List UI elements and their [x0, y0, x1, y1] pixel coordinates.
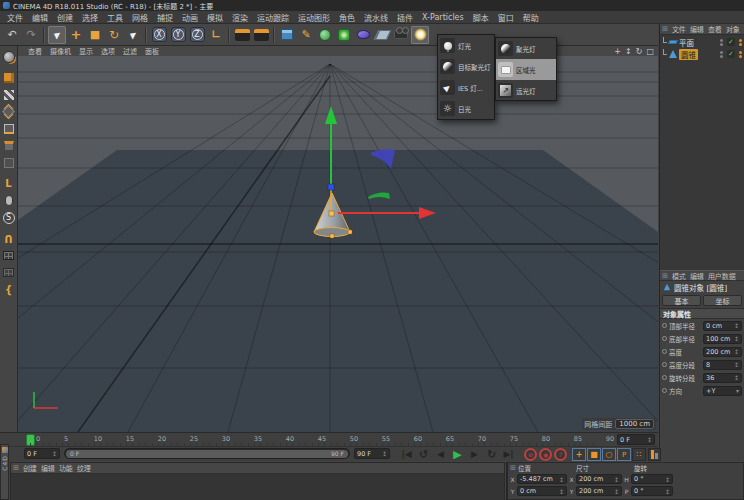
keyframe-selection-button[interactable]: ? [554, 448, 567, 461]
scale-tool[interactable]: ■ [86, 26, 104, 44]
spline-pen-button[interactable]: ✎ [297, 26, 315, 44]
menu-item-light[interactable]: 灯光 [438, 35, 494, 56]
object-manager[interactable]: 平面 ✓ 圆锥 ✓ [660, 35, 744, 270]
render-view-button[interactable] [233, 26, 251, 44]
layer-dots[interactable] [739, 39, 742, 46]
plane-object[interactable] [18, 150, 658, 432]
am-menu-userdata[interactable]: 用户数据 [708, 271, 736, 281]
frame-range-slider[interactable]: 0 F 90 F [64, 448, 350, 459]
model-mode-button[interactable] [1, 70, 16, 85]
menu-create[interactable]: 创建 [57, 12, 73, 23]
magnet-tool-button[interactable]: U [1, 231, 16, 246]
anim-dot-icon[interactable] [662, 375, 667, 380]
enabled-check-icon[interactable]: ✓ [727, 38, 735, 46]
points-mode-button[interactable] [1, 104, 16, 119]
stepper-icon[interactable]: ↕ [647, 436, 652, 443]
stepper-icon[interactable]: ↕ [665, 476, 670, 483]
autokeying-button[interactable]: ◉ [539, 448, 552, 461]
menu-select[interactable]: 选择 [82, 12, 98, 23]
am-menu-edit[interactable]: 编辑 [690, 271, 704, 281]
move-tool[interactable]: + [67, 26, 85, 44]
record-keyframe-button[interactable]: ⊘ [524, 448, 537, 461]
rotation-header[interactable]: 旋转 [634, 463, 684, 473]
previous-frame-button[interactable]: ◀ [432, 447, 449, 461]
menu-item-sun-light[interactable]: ☼ 日光 [438, 98, 494, 119]
primitive-cube-button[interactable] [278, 26, 296, 44]
viewport-solo-button[interactable] [1, 193, 16, 208]
stepper-icon[interactable]: ↕ [734, 361, 739, 368]
material-list-area[interactable] [11, 474, 504, 500]
viewport-perspective[interactable]: 查看 摄像机 显示 选项 过滤 面板 + ↕ ↻ □ 透视视图 [18, 46, 658, 432]
goto-end-button[interactable]: ▶| [500, 447, 517, 461]
om-menu-view[interactable]: 查看 [708, 24, 722, 34]
next-frame-button[interactable]: ▶ [466, 447, 483, 461]
anim-dot-icon[interactable] [662, 323, 667, 328]
range-bar[interactable]: 0 F 90 F [66, 450, 348, 458]
workplane-mode-button[interactable] [1, 248, 16, 263]
tab-coordinates[interactable]: 坐标 [703, 295, 742, 306]
keyframe-presets-button[interactable] [648, 448, 661, 461]
play-backwards-button[interactable]: ↺ [415, 447, 432, 461]
stepper-icon[interactable]: ↕ [382, 450, 387, 457]
key-pla-toggle[interactable]: ∷ [632, 448, 646, 461]
object-properties-header[interactable]: 对象属性 [660, 308, 744, 319]
last-tool-button[interactable]: ▶ [124, 26, 142, 44]
object-row-cone[interactable]: 圆锥 ✓ [660, 48, 744, 60]
bottom-radius-input[interactable]: 100 cm ↕ [703, 334, 742, 344]
end-frame-input[interactable]: 90 F ↕ [354, 448, 390, 459]
dropdown-arrow-icon[interactable]: ▾ [736, 387, 739, 394]
goto-start-button[interactable]: |◀ [398, 447, 415, 461]
vp-menu-view[interactable]: 查看 [28, 46, 42, 56]
enable-snap-button[interactable]: S [1, 210, 16, 225]
vp-menu-filter[interactable]: 过滤 [123, 46, 137, 56]
anim-dot-icon[interactable] [662, 388, 667, 393]
mat-menu-texture[interactable]: 纹理 [77, 463, 91, 473]
tweak-mode-button[interactable] [1, 155, 16, 170]
om-menu-objects[interactable]: 对象 [726, 24, 740, 34]
orientation-dropdown[interactable]: +Y ▾ [703, 386, 742, 396]
light-button[interactable] [411, 26, 429, 44]
lock-x-axis-button[interactable]: X [150, 26, 168, 44]
anim-dot-icon[interactable] [662, 336, 667, 341]
deformer-button[interactable] [335, 26, 353, 44]
pan-view-icon[interactable]: + [614, 47, 621, 56]
layout-side-tab[interactable]: C4D [0, 444, 9, 500]
stepper-icon[interactable]: ↕ [734, 348, 739, 355]
position-x-input[interactable]: -5.487 cm ↕ [517, 474, 567, 484]
stepper-icon[interactable]: ↕ [665, 488, 670, 495]
vp-menu-panel[interactable]: 面板 [145, 46, 159, 56]
menu-file[interactable]: 文件 [7, 12, 23, 23]
object-name[interactable]: 平面 [679, 37, 694, 48]
floor-button[interactable] [373, 26, 391, 44]
menu-character[interactable]: 角色 [339, 12, 355, 23]
viewport-canvas[interactable] [18, 56, 658, 432]
menu-plugins[interactable]: 插件 [397, 12, 413, 23]
height-input[interactable]: 200 cm ↕ [703, 347, 742, 357]
quantize-tool-button[interactable]: { [1, 282, 16, 297]
key-scale-toggle[interactable]: ■ [587, 448, 601, 461]
tab-basic[interactable]: 基本 [662, 295, 701, 306]
mat-menu-function[interactable]: 功能 [59, 463, 73, 473]
menu-mesh[interactable]: 网格 [132, 12, 148, 23]
menu-edit[interactable]: 编辑 [32, 12, 48, 23]
stepper-icon[interactable]: ↕ [734, 335, 739, 342]
coordinate-system-button[interactable]: ∟ [207, 26, 225, 44]
menu-script[interactable]: 脚本 [473, 12, 489, 23]
rotation-segments-input[interactable]: 36 ↕ [703, 373, 742, 383]
mat-menu-create[interactable]: 创建 [23, 463, 37, 473]
vp-menu-cameras[interactable]: 摄像机 [50, 46, 71, 56]
subdivision-surface-button[interactable] [316, 26, 334, 44]
stepper-icon[interactable]: ↕ [559, 476, 564, 483]
anim-dot-icon[interactable] [662, 349, 667, 354]
menu-item-area-light[interactable]: 区域光 [496, 59, 556, 80]
menu-pipeline[interactable]: 流水线 [364, 12, 388, 23]
vp-menu-display[interactable]: 显示 [79, 46, 93, 56]
am-menu-mode[interactable]: 模式 [672, 271, 686, 281]
size-x-input[interactable]: 200 cm ↕ [576, 474, 622, 484]
visibility-dots[interactable] [720, 39, 723, 46]
stepper-icon[interactable]: ↕ [734, 374, 739, 381]
title-bar[interactable]: CINEMA 4D R18.011 Studio (RC - R18) - [未… [0, 0, 744, 11]
gizmo-z-handle[interactable] [328, 184, 334, 190]
rotate-view-icon[interactable]: ↻ [636, 47, 643, 56]
texture-mode-button[interactable] [1, 87, 16, 102]
